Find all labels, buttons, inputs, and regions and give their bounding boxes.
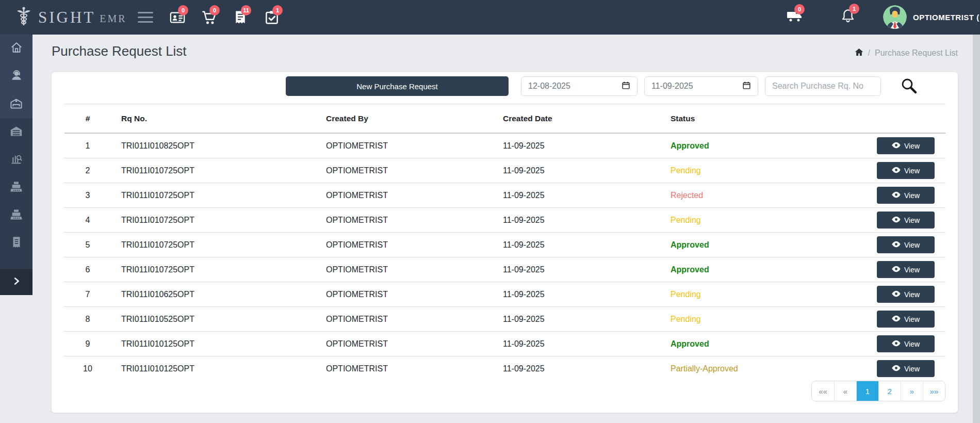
row-number: 6 [64,257,111,282]
status-badge: Approved [665,257,867,282]
date-to-input[interactable]: 11-09-2025 [644,76,758,96]
date-to-value: 11-09-2025 [651,82,693,91]
page-title: Purchase Request List [52,43,187,59]
home-icon [10,41,23,56]
cash-register-icon-2 [9,208,23,224]
search-icon[interactable] [900,77,919,95]
row-number: 2 [64,158,111,183]
eye-icon [892,167,901,175]
table-row: 9 TRI011I010125OPT OPTIOMETRIST 11-09-20… [64,332,945,356]
view-button[interactable]: View [877,261,935,278]
sidebar-item-store[interactable] [0,118,32,146]
view-button-label: View [904,191,920,200]
eye-icon [892,290,901,299]
user-avatar[interactable] [883,5,907,29]
created-date-cell: 11-09-2025 [495,257,665,282]
new-purchase-request-button[interactable]: New Purchase Request [286,76,509,96]
pagination-page-1[interactable]: 1 [856,381,878,401]
table-header-row: #Rq No.Created ByCreated DateStatus [64,104,945,134]
purchase-table-body: 1 TRI011I010825OPT OPTIOMETRIST 11-09-20… [64,133,945,381]
top-header: SIGHT EMR 0 0 11 1 0 1 [0,0,980,35]
created-by-cell: OPTIOMETRIST [317,208,495,233]
date-from-input[interactable]: 12-08-2025 [521,76,638,96]
eye-icon [892,216,901,224]
pagination-prev[interactable]: « [834,381,856,401]
created-date-cell: 11-09-2025 [495,158,665,183]
table-row: 2 TRI011I010725OPT OPTIOMETRIST 11-09-20… [64,158,945,183]
breadcrumb-current: Purchase Request List [875,48,958,58]
calendar-icon[interactable] [742,81,751,92]
sidebar-item-billing-2[interactable] [0,202,32,230]
sidebar-item-reports[interactable] [0,146,32,174]
sidebar-item-ward[interactable] [0,90,32,118]
row-number: 3 [64,183,111,208]
status-badge: Partially-Approved [665,356,867,381]
page-scrollbar[interactable] [973,35,980,423]
eye-icon [892,315,901,323]
view-button[interactable]: View [877,311,935,328]
table-row: 8 TRI011I010525OPT OPTIOMETRIST 11-09-20… [64,307,945,332]
pagination-next[interactable]: » [901,381,923,401]
table-row: 1 TRI011I010825OPT OPTIOMETRIST 11-09-20… [64,133,945,158]
notification-bell-icon[interactable]: 1 [841,8,855,24]
created-date-cell: 11-09-2025 [495,307,665,332]
invoice-receipt-icon[interactable]: 11 [233,10,248,25]
delivery-badge: 0 [794,4,805,14]
id-card-badge: 0 [178,5,188,15]
created-by-cell: OPTIOMETRIST [317,356,495,381]
view-button[interactable]: View [877,212,935,229]
created-date-cell: 11-09-2025 [495,282,665,307]
view-button[interactable]: View [877,286,935,303]
view-button[interactable]: View [877,236,935,253]
view-button[interactable]: View [877,335,935,352]
purchase-request-table: #Rq No.Created ByCreated DateStatus 1 TR… [64,104,945,381]
eye-icon [892,266,901,274]
hamburger-menu-icon[interactable] [138,12,153,23]
created-date-cell: 11-09-2025 [495,356,665,381]
pagination-first[interactable]: «« [812,381,834,401]
sidebar-item-reception[interactable] [0,62,32,90]
search-input[interactable] [765,76,881,96]
row-number: 4 [64,208,111,233]
task-clipboard-check-icon[interactable]: 1 [264,10,280,25]
view-button-label: View [904,340,920,348]
table-row: 4 TRI011I010725OPT OPTIOMETRIST 11-09-20… [64,208,945,233]
status-badge: Pending [665,282,867,307]
patient-id-card-icon[interactable]: 0 [170,10,185,25]
created-date-cell: 11-09-2025 [495,233,665,257]
calendar-icon[interactable] [622,81,630,92]
table-row: 3 TRI011I010725OPT OPTIOMETRIST 11-09-20… [64,183,945,208]
sidebar-item-home[interactable] [0,35,32,62]
sidebar-item-billing[interactable] [0,174,32,202]
view-button[interactable]: View [877,137,935,154]
row-number: 10 [64,356,111,381]
cart-icon[interactable]: 0 [201,10,217,25]
task-badge: 1 [272,5,283,15]
delivery-truck-icon[interactable]: 0 [786,9,804,24]
status-badge: Approved [665,233,867,257]
rq-no-cell: TRI011I010725OPT [111,158,317,183]
created-by-cell: OPTIOMETRIST [317,158,495,183]
view-button-label: View [904,315,920,323]
receipt-icon [10,236,23,251]
purchase-request-card: New Purchase Request 12-08-2025 11-09-20… [52,72,958,413]
table-row: 10 TRI011I010125OPT OPTIOMETRIST 11-09-2… [64,356,945,381]
created-by-cell: OPTIOMETRIST [317,183,495,208]
view-button[interactable]: View [877,162,935,179]
view-button-label: View [904,266,920,274]
cart-badge: 0 [209,5,220,15]
user-name[interactable]: OPTIOMETRIST ( [913,13,979,22]
sidebar-expand-button[interactable] [0,269,32,295]
pagination-last[interactable]: »» [923,381,945,401]
view-button[interactable]: View [877,360,935,377]
sidebar-item-invoices[interactable] [0,230,32,257]
table-row: 6 TRI011I010725OPT OPTIOMETRIST 11-09-20… [64,257,945,282]
view-button[interactable]: View [877,187,935,204]
created-by-cell: OPTIOMETRIST [317,233,495,257]
pagination: «««12»»» [811,381,945,401]
pagination-page-2[interactable]: 2 [878,381,901,401]
breadcrumb-separator: / [868,48,870,58]
home-breadcrumb-icon[interactable] [855,48,863,58]
view-button-label: View [904,290,920,299]
view-button-label: View [904,365,920,373]
